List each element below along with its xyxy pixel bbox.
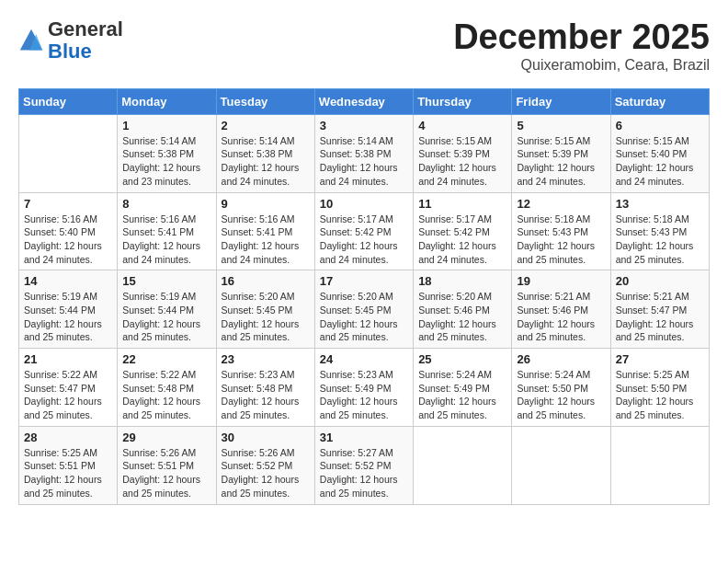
sunrise-text: Sunrise: 5:16 AM [24, 213, 97, 224]
cell-info: Sunrise: 5:20 AM Sunset: 5:45 PM Dayligh… [222, 290, 310, 344]
calendar-cell [414, 426, 512, 504]
calendar-cell: 16 Sunrise: 5:20 AM Sunset: 5:45 PM Dayl… [216, 270, 314, 349]
day-number: 24 [320, 352, 408, 366]
sunrise-text: Sunrise: 5:20 AM [320, 291, 393, 302]
sunrise-text: Sunrise: 5:26 AM [122, 447, 196, 458]
sunrise-text: Sunrise: 5:19 AM [24, 291, 97, 302]
sunrise-text: Sunrise: 5:26 AM [222, 447, 295, 458]
sunset-text: Sunset: 5:44 PM [24, 304, 96, 316]
calendar-cell: 20 Sunrise: 5:21 AM Sunset: 5:47 PM Dayl… [610, 270, 709, 349]
daylight-text: Daylight: 12 hours and 25 minutes. [24, 396, 102, 420]
calendar-table: SundayMondayTuesdayWednesdayThursdayFrid… [18, 88, 710, 505]
cell-info: Sunrise: 5:16 AM Sunset: 5:41 PM Dayligh… [222, 213, 310, 267]
cell-info: Sunrise: 5:15 AM Sunset: 5:40 PM Dayligh… [616, 134, 704, 189]
sunrise-text: Sunrise: 5:20 AM [418, 291, 492, 302]
day-number: 13 [616, 197, 704, 211]
sunset-text: Sunset: 5:42 PM [320, 226, 392, 237]
calendar-cell: 2 Sunrise: 5:14 AM Sunset: 5:38 PM Dayli… [216, 114, 314, 192]
daylight-text: Daylight: 12 hours and 25 minutes. [616, 318, 694, 343]
sunrise-text: Sunrise: 5:21 AM [517, 291, 590, 302]
calendar-cell: 18 Sunrise: 5:20 AM Sunset: 5:46 PM Dayl… [414, 270, 512, 349]
daylight-text: Daylight: 12 hours and 24 minutes. [222, 162, 300, 187]
cell-info: Sunrise: 5:22 AM Sunset: 5:48 PM Dayligh… [122, 368, 210, 422]
calendar-cell [19, 114, 118, 192]
day-number: 8 [122, 197, 210, 211]
sunrise-text: Sunrise: 5:14 AM [222, 135, 295, 146]
cell-info: Sunrise: 5:20 AM Sunset: 5:45 PM Dayligh… [320, 290, 408, 344]
calendar-cell: 8 Sunrise: 5:16 AM Sunset: 5:41 PM Dayli… [118, 192, 216, 270]
sunrise-text: Sunrise: 5:18 AM [616, 213, 689, 224]
day-number: 7 [24, 197, 112, 211]
day-number: 5 [517, 119, 605, 132]
logo-general: General [48, 17, 123, 40]
daylight-text: Daylight: 12 hours and 24 minutes. [418, 162, 496, 187]
sunrise-text: Sunrise: 5:22 AM [24, 369, 97, 380]
calendar-header-row: SundayMondayTuesdayWednesdayThursdayFrid… [19, 88, 710, 114]
sunset-text: Sunset: 5:43 PM [517, 226, 588, 237]
cell-info: Sunrise: 5:26 AM Sunset: 5:52 PM Dayligh… [222, 446, 310, 500]
cell-info: Sunrise: 5:21 AM Sunset: 5:47 PM Dayligh… [616, 290, 704, 344]
day-number: 11 [418, 197, 506, 211]
sunrise-text: Sunrise: 5:16 AM [222, 213, 295, 224]
logo-blue: Blue [48, 40, 92, 63]
day-number: 22 [122, 352, 210, 366]
header-friday: Friday [512, 88, 610, 114]
sunrise-text: Sunrise: 5:25 AM [24, 447, 97, 458]
day-number: 28 [24, 431, 112, 444]
sunrise-text: Sunrise: 5:25 AM [616, 369, 689, 380]
calendar-cell: 15 Sunrise: 5:19 AM Sunset: 5:44 PM Dayl… [118, 270, 216, 349]
calendar-cell: 9 Sunrise: 5:16 AM Sunset: 5:41 PM Dayli… [216, 192, 314, 270]
calendar-week-3: 14 Sunrise: 5:19 AM Sunset: 5:44 PM Dayl… [19, 270, 710, 349]
sunset-text: Sunset: 5:40 PM [616, 148, 688, 159]
sunset-text: Sunset: 5:47 PM [616, 304, 688, 316]
cell-info: Sunrise: 5:18 AM Sunset: 5:43 PM Dayligh… [517, 213, 605, 267]
month-title: December 2025 [453, 18, 710, 57]
calendar-cell [610, 426, 709, 504]
calendar-cell: 17 Sunrise: 5:20 AM Sunset: 5:45 PM Dayl… [314, 270, 413, 349]
daylight-text: Daylight: 12 hours and 24 minutes. [24, 240, 102, 265]
sunset-text: Sunset: 5:45 PM [320, 304, 392, 316]
daylight-text: Daylight: 12 hours and 25 minutes. [122, 318, 200, 343]
page-header: General Blue December 2025 Quixeramobim,… [18, 18, 710, 74]
calendar-cell: 12 Sunrise: 5:18 AM Sunset: 5:43 PM Dayl… [512, 192, 610, 270]
daylight-text: Daylight: 12 hours and 24 minutes. [418, 240, 496, 265]
header-saturday: Saturday [610, 88, 709, 114]
day-number: 2 [222, 119, 310, 132]
day-number: 12 [517, 197, 605, 211]
sunset-text: Sunset: 5:41 PM [122, 226, 194, 237]
cell-info: Sunrise: 5:17 AM Sunset: 5:42 PM Dayligh… [418, 213, 506, 267]
day-number: 6 [616, 119, 704, 132]
calendar-cell: 3 Sunrise: 5:14 AM Sunset: 5:38 PM Dayli… [314, 114, 413, 192]
day-number: 3 [320, 119, 408, 132]
sunset-text: Sunset: 5:39 PM [517, 148, 588, 159]
cell-info: Sunrise: 5:27 AM Sunset: 5:52 PM Dayligh… [320, 446, 408, 500]
daylight-text: Daylight: 12 hours and 24 minutes. [222, 240, 300, 265]
day-number: 17 [320, 274, 408, 288]
calendar-cell: 23 Sunrise: 5:23 AM Sunset: 5:48 PM Dayl… [216, 349, 314, 427]
day-number: 30 [222, 431, 310, 444]
day-number: 18 [418, 274, 506, 288]
sunrise-text: Sunrise: 5:16 AM [122, 213, 196, 224]
cell-info: Sunrise: 5:21 AM Sunset: 5:46 PM Dayligh… [517, 290, 605, 344]
calendar-week-2: 7 Sunrise: 5:16 AM Sunset: 5:40 PM Dayli… [19, 192, 710, 270]
daylight-text: Daylight: 12 hours and 25 minutes. [320, 396, 398, 420]
calendar-cell: 25 Sunrise: 5:24 AM Sunset: 5:49 PM Dayl… [414, 349, 512, 427]
header-monday: Monday [118, 88, 216, 114]
logo-icon [18, 28, 44, 53]
calendar-cell: 29 Sunrise: 5:26 AM Sunset: 5:51 PM Dayl… [118, 426, 216, 504]
cell-info: Sunrise: 5:17 AM Sunset: 5:42 PM Dayligh… [320, 213, 408, 267]
cell-info: Sunrise: 5:15 AM Sunset: 5:39 PM Dayligh… [517, 134, 605, 189]
daylight-text: Daylight: 12 hours and 25 minutes. [517, 318, 595, 343]
calendar-cell: 22 Sunrise: 5:22 AM Sunset: 5:48 PM Dayl… [118, 349, 216, 427]
calendar-cell: 5 Sunrise: 5:15 AM Sunset: 5:39 PM Dayli… [512, 114, 610, 192]
cell-info: Sunrise: 5:14 AM Sunset: 5:38 PM Dayligh… [320, 134, 408, 189]
daylight-text: Daylight: 12 hours and 24 minutes. [320, 162, 398, 187]
day-number: 19 [517, 274, 605, 288]
daylight-text: Daylight: 12 hours and 25 minutes. [122, 396, 200, 420]
title-block: December 2025 Quixeramobim, Ceara, Brazi… [453, 18, 710, 74]
daylight-text: Daylight: 12 hours and 25 minutes. [24, 474, 102, 499]
calendar-cell: 19 Sunrise: 5:21 AM Sunset: 5:46 PM Dayl… [512, 270, 610, 349]
sunset-text: Sunset: 5:49 PM [320, 383, 392, 394]
day-number: 31 [320, 431, 408, 444]
sunrise-text: Sunrise: 5:18 AM [517, 213, 590, 224]
